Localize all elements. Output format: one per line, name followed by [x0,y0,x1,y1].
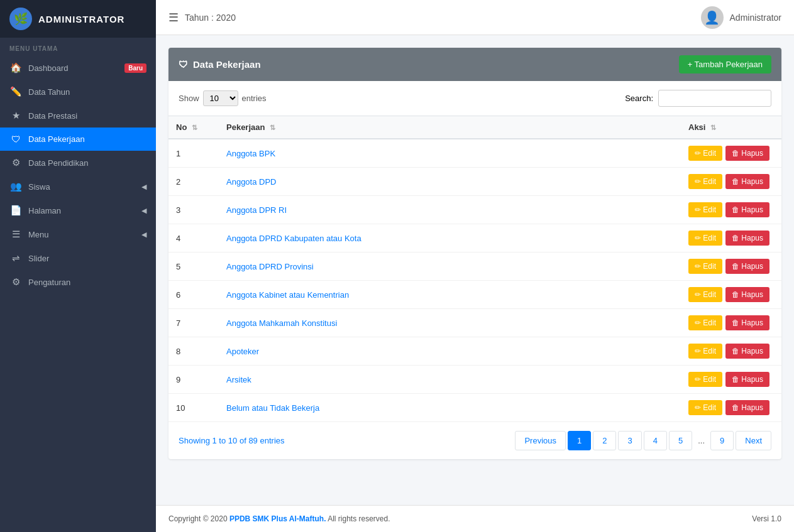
edit-button-6[interactable]: ✏ Edit [688,287,722,302]
edit-button-8[interactable]: ✏ Edit [688,344,722,359]
edit-button-4[interactable]: ✏ Edit [688,231,722,246]
sidebar-label-data-tahun: Data Tahun [28,87,146,97]
action-btns: ✏ Edit 🗑 Hapus [688,202,774,217]
pekerjaan-link[interactable]: Anggota Mahkamah Konstitusi [226,318,337,328]
table-row: 2 Anggota DPD ✏ Edit 🗑 Hapus [168,168,781,196]
hapus-button-6[interactable]: 🗑 Hapus [725,287,769,302]
edit-button-10[interactable]: ✏ Edit [688,400,722,415]
sidebar-icon-data-tahun: ✏️ [9,86,22,97]
table-controls: Show 102550100 entries Search: [168,81,781,116]
table-body: 1 Anggota BPK ✏ Edit 🗑 Hapus 2 Anggota D… [168,139,781,422]
page-body: 🛡 Data Pekerjaan + Tambah Pekerjaan Show… [156,35,794,505]
hapus-button-1[interactable]: 🗑 Hapus [725,146,769,161]
hapus-button-8[interactable]: 🗑 Hapus [725,344,769,359]
page-1-button[interactable]: 1 [568,431,591,450]
entries-label: entries [242,94,267,103]
col-aksi[interactable]: Aksi ⇅ [681,116,781,139]
edit-button-9[interactable]: ✏ Edit [688,372,722,387]
sidebar-item-dashboard[interactable]: 🏠 Dashboard Baru [0,56,156,80]
sidebar-item-data-pendidikan[interactable]: ⚙ Data Pendidikan [0,151,156,175]
pekerjaan-table: No ⇅ Pekerjaan ⇅ Aksi ⇅ 1 Anggota BPK ✏ … [168,116,781,422]
sidebar-item-siswa[interactable]: 👥 Siswa ◀ [0,175,156,198]
next-button[interactable]: Next [736,431,771,450]
hapus-button-10[interactable]: 🗑 Hapus [725,400,769,415]
cell-pekerjaan: Anggota Kabinet atau Kementrian [219,281,681,309]
page-4-button[interactable]: 4 [644,431,667,450]
sidebar-label-pengaturan: Pengaturan [28,278,146,287]
cell-aksi: ✏ Edit 🗑 Hapus [681,394,781,422]
cell-no: 8 [168,337,219,366]
edit-button-1[interactable]: ✏ Edit [688,146,722,161]
action-btns: ✏ Edit 🗑 Hapus [688,287,774,302]
footer-site-link[interactable]: PPDB SMK Plus Al-Maftuh. [229,514,326,523]
sidebar-title: ADMINISTRATOR [38,14,124,24]
topbar-right: 👤 Administrator [701,6,781,29]
table-row: 10 Belum atau Tidak Bekerja ✏ Edit 🗑 Hap… [168,394,781,422]
sidebar-item-data-pekerjaan[interactable]: 🛡 Data Pekerjaan [0,128,156,151]
hapus-button-7[interactable]: 🗑 Hapus [725,315,769,330]
page-3-button[interactable]: 3 [618,431,641,450]
pagination-entries-label: entries [260,436,284,445]
page-9-button[interactable]: 9 [710,431,734,450]
sort-no-icon: ⇅ [192,124,197,131]
badge-dashboard: Baru [124,63,146,73]
pekerjaan-link[interactable]: Anggota DPR RI [226,205,287,215]
pekerjaan-link[interactable]: Anggota DPRD Provinsi [226,262,314,271]
showing-text: Showing [179,436,210,445]
sidebar-icon-siswa: 👥 [9,181,22,192]
sidebar-item-halaman[interactable]: 📄 Halaman ◀ [0,198,156,222]
pekerjaan-link[interactable]: Anggota DPD [226,177,277,187]
pekerjaan-link[interactable]: Anggota DPRD Kabupaten atau Kota [226,234,361,243]
add-pekerjaan-button[interactable]: + Tambah Pekerjaan [679,55,771,73]
footer-rights: All rights reserved. [328,514,390,523]
table-row: 9 Arsitek ✏ Edit 🗑 Hapus [168,366,781,394]
pekerjaan-link[interactable]: Apoteker [226,347,259,356]
avatar: 👤 [701,6,724,29]
search-label: Search: [625,94,653,103]
action-btns: ✏ Edit 🗑 Hapus [688,146,774,161]
cell-pekerjaan: Belum atau Tidak Bekerja [219,394,681,422]
hapus-button-3[interactable]: 🗑 Hapus [725,202,769,217]
sidebar-item-menu[interactable]: ☰ Menu ◀ [0,222,156,246]
page-5-button[interactable]: 5 [669,431,692,450]
hapus-button-9[interactable]: 🗑 Hapus [725,372,769,387]
cell-pekerjaan: Arsitek [219,366,681,394]
cell-pekerjaan: Anggota DPRD Kabupaten atau Kota [219,224,681,252]
hapus-button-5[interactable]: 🗑 Hapus [725,259,769,274]
sidebar-item-slider[interactable]: ⇌ Slider [0,246,156,270]
pekerjaan-link[interactable]: Anggota BPK [226,149,275,158]
page-2-button[interactable]: 2 [593,431,616,450]
cell-no: 10 [168,394,219,422]
sidebar-item-data-tahun[interactable]: ✏️ Data Tahun [0,80,156,104]
table-header-row: No ⇅ Pekerjaan ⇅ Aksi ⇅ [168,116,781,139]
range-to: 10 [228,436,237,445]
edit-button-3[interactable]: ✏ Edit [688,202,722,217]
edit-button-7[interactable]: ✏ Edit [688,315,722,330]
card-header: 🛡 Data Pekerjaan + Tambah Pekerjaan [168,48,781,81]
col-pekerjaan[interactable]: Pekerjaan ⇅ [219,116,681,139]
action-btns: ✏ Edit 🗑 Hapus [688,231,774,246]
hapus-button-4[interactable]: 🗑 Hapus [725,231,769,246]
sidebar-label-data-pekerjaan: Data Pekerjaan [28,134,146,144]
entries-select[interactable]: 102550100 [203,90,238,106]
sidebar-item-pengaturan[interactable]: ⚙ Pengaturan [0,270,156,294]
search-input[interactable] [658,90,771,107]
shield-icon: 🛡 [179,59,188,70]
hapus-button-2[interactable]: 🗑 Hapus [725,174,769,189]
cell-aksi: ✏ Edit 🗑 Hapus [681,281,781,309]
pekerjaan-link[interactable]: Arsitek [226,375,251,384]
topbar-left: ☰ Tahun : 2020 [168,11,236,24]
cell-no: 4 [168,224,219,252]
col-no[interactable]: No ⇅ [168,116,219,139]
prev-button[interactable]: Previous [515,431,566,450]
edit-button-5[interactable]: ✏ Edit [688,259,722,274]
sidebar-item-data-prestasi[interactable]: ★ Data Prestasi [0,104,156,128]
sidebar-icon-slider: ⇌ [9,252,22,264]
edit-button-2[interactable]: ✏ Edit [688,174,722,189]
cell-no: 6 [168,281,219,309]
of-text: of [240,436,248,445]
pekerjaan-link[interactable]: Belum atau Tidak Bekerja [226,403,319,413]
hamburger-icon[interactable]: ☰ [168,11,179,24]
cell-no: 1 [168,139,219,168]
pekerjaan-link[interactable]: Anggota Kabinet atau Kementrian [226,290,349,300]
